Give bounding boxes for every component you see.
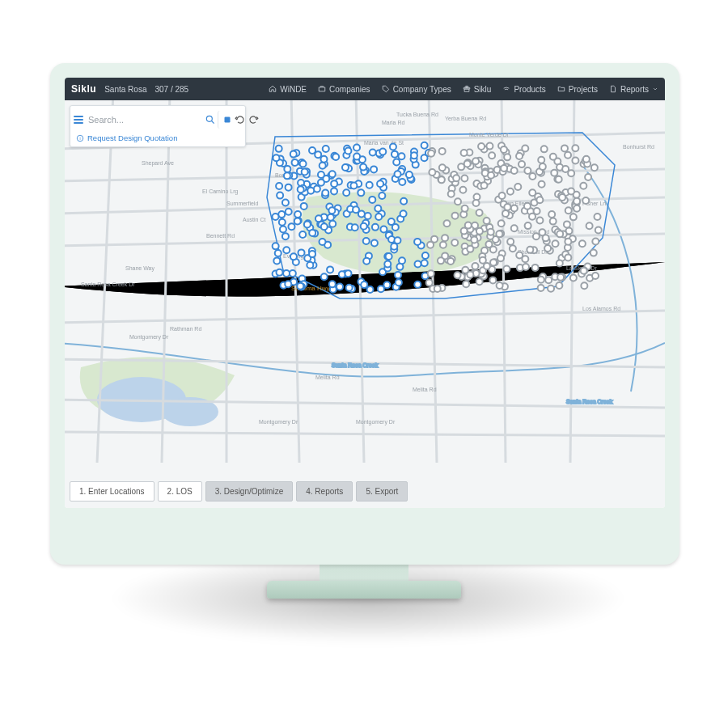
site-marker[interactable] bbox=[439, 164, 446, 171]
site-marker[interactable] bbox=[322, 189, 328, 196]
site-marker[interactable] bbox=[550, 218, 557, 225]
site-marker[interactable] bbox=[497, 282, 503, 289]
site-marker[interactable] bbox=[557, 231, 563, 237]
site-marker[interactable] bbox=[414, 239, 421, 245]
site-marker[interactable] bbox=[539, 181, 545, 188]
site-marker[interactable] bbox=[503, 265, 510, 272]
site-marker[interactable] bbox=[372, 224, 379, 231]
site-marker[interactable] bbox=[581, 268, 587, 274]
site-marker[interactable] bbox=[327, 266, 333, 273]
site-marker[interactable] bbox=[595, 227, 602, 234]
site-marker[interactable] bbox=[426, 280, 433, 286]
site-marker[interactable] bbox=[472, 263, 478, 269]
site-marker[interactable] bbox=[406, 171, 413, 178]
site-marker[interactable] bbox=[428, 150, 434, 157]
site-marker[interactable] bbox=[371, 240, 378, 247]
site-marker[interactable] bbox=[378, 286, 384, 292]
site-marker[interactable] bbox=[353, 154, 360, 160]
site-marker[interactable] bbox=[294, 211, 301, 218]
site-marker[interactable] bbox=[395, 171, 401, 177]
site-marker[interactable] bbox=[304, 221, 311, 227]
site-marker[interactable] bbox=[529, 214, 535, 220]
site-marker[interactable] bbox=[514, 184, 521, 190]
site-marker[interactable] bbox=[476, 228, 483, 235]
site-marker[interactable] bbox=[336, 284, 343, 290]
site-marker[interactable] bbox=[532, 265, 539, 271]
site-marker[interactable] bbox=[497, 255, 504, 261]
site-marker[interactable] bbox=[345, 147, 351, 154]
site-marker[interactable] bbox=[345, 270, 351, 277]
site-marker[interactable] bbox=[453, 175, 459, 181]
site-marker[interactable] bbox=[280, 226, 286, 233]
site-marker[interactable] bbox=[489, 277, 496, 283]
site-marker[interactable] bbox=[431, 236, 438, 243]
site-marker[interactable] bbox=[583, 156, 590, 163]
site-marker[interactable] bbox=[496, 231, 502, 237]
site-marker[interactable] bbox=[484, 218, 490, 224]
site-marker[interactable] bbox=[591, 164, 598, 171]
site-marker[interactable] bbox=[442, 235, 448, 241]
site-marker[interactable] bbox=[559, 194, 565, 201]
site-marker[interactable] bbox=[467, 246, 473, 252]
breadcrumb-project[interactable]: Santa Rosa bbox=[104, 85, 146, 94]
site-marker[interactable] bbox=[298, 249, 305, 256]
site-marker[interactable] bbox=[551, 170, 557, 176]
site-marker[interactable] bbox=[315, 215, 322, 222]
nav-siklu[interactable]: Siklu bbox=[463, 85, 492, 94]
site-marker[interactable] bbox=[490, 246, 497, 252]
site-marker[interactable] bbox=[339, 271, 345, 277]
site-marker[interactable] bbox=[443, 220, 450, 226]
site-marker[interactable] bbox=[541, 146, 548, 152]
site-marker[interactable] bbox=[568, 170, 574, 176]
site-marker[interactable] bbox=[290, 253, 297, 260]
step--design-optimize[interactable]: 3. Design/Optimize bbox=[205, 481, 293, 502]
site-marker[interactable] bbox=[511, 167, 518, 174]
site-marker[interactable] bbox=[320, 239, 326, 245]
site-marker[interactable] bbox=[580, 183, 586, 189]
site-marker[interactable] bbox=[395, 272, 401, 278]
site-marker[interactable] bbox=[273, 154, 279, 161]
site-marker[interactable] bbox=[421, 260, 428, 266]
site-marker[interactable] bbox=[422, 252, 429, 259]
site-marker[interactable] bbox=[463, 281, 469, 287]
site-marker[interactable] bbox=[400, 210, 407, 217]
site-marker[interactable] bbox=[592, 273, 599, 279]
site-marker[interactable] bbox=[370, 166, 377, 172]
site-marker[interactable] bbox=[393, 159, 400, 165]
site-marker[interactable] bbox=[421, 142, 428, 149]
site-marker[interactable] bbox=[565, 239, 571, 245]
site-marker[interactable] bbox=[284, 172, 290, 179]
site-marker[interactable] bbox=[538, 285, 544, 291]
site-marker[interactable] bbox=[490, 259, 497, 265]
site-marker[interactable] bbox=[392, 224, 399, 231]
site-marker[interactable] bbox=[358, 211, 365, 218]
site-marker[interactable] bbox=[275, 250, 281, 256]
site-marker[interactable] bbox=[297, 283, 303, 290]
site-marker[interactable] bbox=[329, 171, 336, 177]
site-marker[interactable] bbox=[361, 223, 367, 230]
site-marker[interactable] bbox=[452, 213, 459, 219]
site-marker[interactable] bbox=[574, 198, 580, 205]
site-marker[interactable] bbox=[455, 272, 461, 278]
site-marker[interactable] bbox=[552, 240, 559, 247]
site-marker[interactable] bbox=[434, 286, 441, 292]
site-marker[interactable] bbox=[290, 270, 296, 277]
site-marker[interactable] bbox=[565, 254, 571, 260]
site-marker[interactable] bbox=[411, 152, 417, 159]
step--export[interactable]: 5. Export bbox=[356, 481, 408, 502]
site-marker[interactable] bbox=[377, 180, 383, 187]
site-marker[interactable] bbox=[572, 157, 578, 163]
site-marker[interactable] bbox=[366, 182, 373, 188]
site-marker[interactable] bbox=[315, 151, 321, 158]
site-marker[interactable] bbox=[375, 214, 382, 220]
site-marker[interactable] bbox=[439, 148, 446, 154]
site-marker[interactable] bbox=[277, 193, 283, 199]
site-marker[interactable] bbox=[556, 176, 562, 183]
site-marker[interactable] bbox=[276, 269, 282, 276]
site-marker[interactable] bbox=[307, 262, 313, 269]
site-marker[interactable] bbox=[398, 153, 404, 159]
site-marker[interactable] bbox=[298, 186, 304, 193]
site-marker[interactable] bbox=[488, 229, 494, 235]
nav-projects[interactable]: Projects bbox=[557, 85, 598, 94]
search-icon[interactable] bbox=[205, 111, 216, 129]
